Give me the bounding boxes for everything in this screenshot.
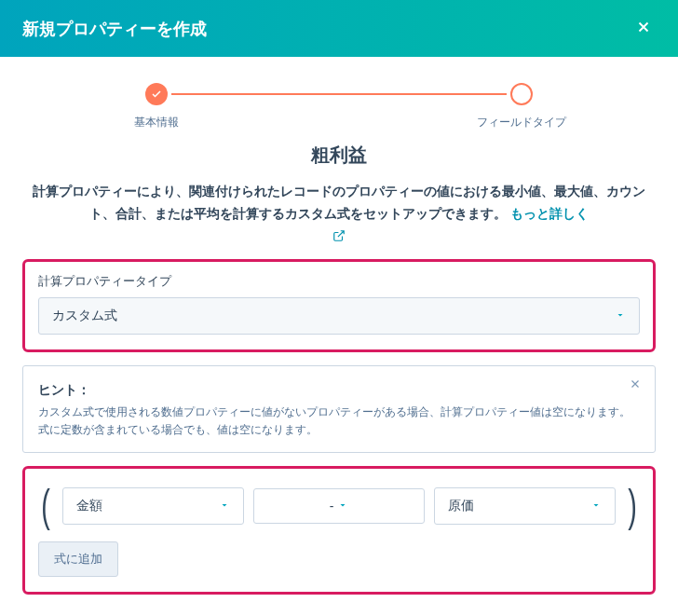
step-done-icon [145, 83, 168, 105]
description-text: 計算プロパティーにより、関連付けられたレコードのプロパティーの値における最小値、… [22, 181, 656, 226]
close-paren: ) [628, 484, 637, 528]
stepper: 基本情報 フィールドタイプ [22, 83, 656, 105]
hint-title: ヒント： [38, 379, 640, 400]
formula-field2-value: 原価 [448, 498, 474, 514]
hint-box: ヒント： カスタム式で使用される数値プロパティーに値がないプロパティーがある場合… [22, 365, 656, 454]
formula-field2-select[interactable]: 原価 [434, 487, 616, 525]
step-current-icon [510, 83, 533, 105]
modal-header: 新規プロパティーを作成 [0, 0, 678, 57]
external-link-icon-wrap [22, 229, 656, 246]
calc-type-select[interactable]: カスタム式 [38, 297, 640, 335]
calc-type-section: 計算プロパティータイプ カスタム式 [22, 259, 656, 352]
property-title: 粗利益 [22, 143, 656, 168]
calc-type-value: カスタム式 [52, 308, 117, 324]
calc-type-label: 計算プロパティータイプ [38, 273, 640, 290]
close-icon [635, 24, 652, 38]
formula-field1-select[interactable]: 金額 [62, 487, 244, 525]
chevron-down-icon [615, 308, 626, 323]
hint-body: カスタム式で使用される数値プロパティーに値がないプロパティーがある場合、計算プロ… [38, 405, 631, 436]
step1-label: 基本情報 [134, 115, 179, 130]
chevron-down-icon [219, 499, 230, 513]
external-link-icon [332, 229, 346, 242]
formula-row: ( 金額 - 原価 ) [38, 484, 640, 528]
chevron-down-icon [590, 499, 602, 513]
add-to-formula-button[interactable]: 式に追加 [38, 541, 118, 577]
open-paren: ( [41, 484, 50, 528]
formula-operator-value: - [330, 499, 334, 513]
step-field-type[interactable]: フィールドタイプ [510, 83, 533, 105]
close-button[interactable] [631, 15, 656, 42]
step2-label: フィールドタイプ [477, 115, 566, 130]
modal-content: 基本情報 フィールドタイプ 粗利益 計算プロパティーにより、関連付けられたレコー… [0, 57, 678, 616]
learn-more-link[interactable]: もっと詳しく [510, 206, 589, 221]
formula-section: ( 金額 - 原価 ) 式に追加 [22, 466, 656, 595]
modal-title: 新規プロパティーを作成 [22, 18, 207, 40]
formula-operator-select[interactable]: - [253, 488, 424, 524]
step-connector [171, 93, 507, 95]
formula-field1-value: 金額 [76, 498, 102, 514]
chevron-down-icon [337, 499, 348, 513]
hint-close-button[interactable] [629, 377, 642, 393]
step-basic-info[interactable]: 基本情報 [145, 83, 168, 105]
close-icon [629, 379, 642, 393]
